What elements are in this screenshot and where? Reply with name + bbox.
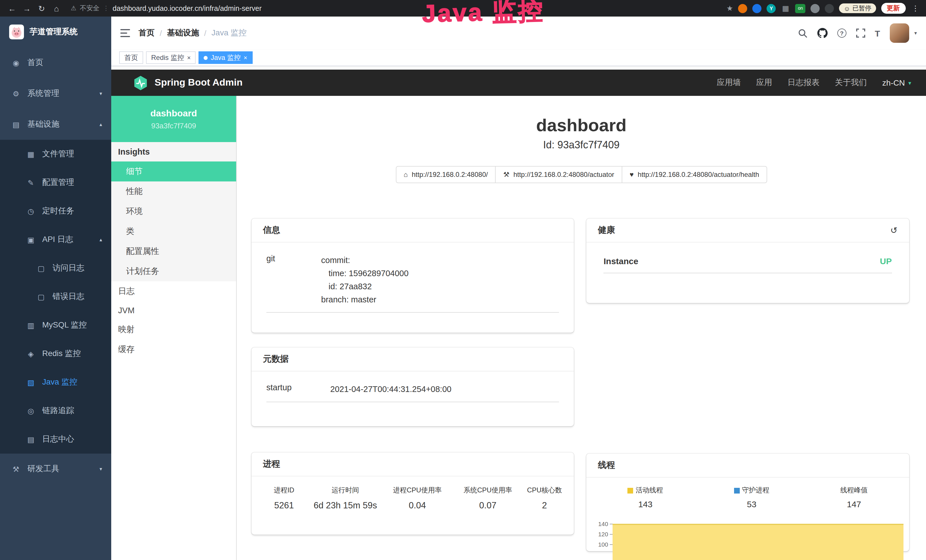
sba-item-performance[interactable]: 性能 bbox=[111, 182, 236, 201]
sba-item-details[interactable]: 细节 bbox=[111, 162, 236, 182]
eye-icon: ◎ bbox=[26, 407, 35, 415]
github-icon[interactable] bbox=[817, 28, 828, 38]
threads-chart-yaxis: 140 120 100 bbox=[587, 519, 613, 551]
nav-journal[interactable]: 日志报表 bbox=[788, 77, 820, 88]
app-title: 芋道管理系统 bbox=[30, 27, 77, 37]
startup-row: startup 2021-04-27T00:44:31.254+08:00 bbox=[266, 383, 559, 402]
sidebar-item-error-log[interactable]: ▢ 错误日志 bbox=[0, 282, 111, 311]
nav-about[interactable]: 关于我们 bbox=[835, 77, 867, 88]
sidebar-item-access-log[interactable]: ▢ 访问日志 bbox=[0, 254, 111, 282]
extension-drop-icon[interactable] bbox=[753, 4, 762, 13]
help-icon[interactable]: ? bbox=[837, 29, 846, 38]
sba-brand[interactable]: Spring Boot Admin bbox=[133, 75, 243, 91]
tag-home[interactable]: 首页 bbox=[119, 51, 143, 64]
sba-item-classes[interactable]: 类 bbox=[111, 221, 236, 241]
extension-y-icon[interactable]: Y bbox=[767, 4, 776, 13]
extension-puzzle-icon[interactable] bbox=[825, 4, 834, 13]
legend-peak-threads: 线程峰值 147 bbox=[840, 486, 868, 509]
profile-paused-badge[interactable]: ☺ 已暂停 bbox=[839, 3, 876, 13]
sba-item-jvm[interactable]: JVM bbox=[111, 301, 236, 319]
avatar[interactable] bbox=[890, 23, 909, 43]
sba-item-scheduled-tasks[interactable]: 计划任务 bbox=[111, 261, 236, 281]
extension-fox-icon[interactable] bbox=[738, 4, 747, 13]
instance-links: ⌂ http://192.168.0.2:48080/ ⚒ http://192… bbox=[237, 166, 926, 183]
tag-java[interactable]: Java 监控 × bbox=[199, 51, 253, 64]
hamburger-icon[interactable] bbox=[120, 29, 130, 37]
browser-menu-icon[interactable]: ⋮ bbox=[911, 4, 920, 12]
service-url-button[interactable]: ⌂ http://192.168.0.2:48080/ bbox=[396, 166, 496, 183]
history-icon[interactable]: ↺ bbox=[890, 225, 897, 235]
sidebar-item-infra[interactable]: ▤ 基础设施 ▴ bbox=[0, 109, 111, 140]
fullscreen-icon[interactable] bbox=[856, 29, 865, 38]
header-actions: ? T ▾ bbox=[798, 23, 917, 43]
sba-item-caches[interactable]: 缓存 bbox=[111, 339, 236, 359]
extensions-grid-icon[interactable]: ▦ bbox=[781, 4, 790, 13]
document-icon: ▢ bbox=[36, 292, 45, 301]
sidebar-item-api-log[interactable]: ▣ API 日志 ▴ bbox=[0, 226, 111, 254]
sba-item-properties[interactable]: 配置属性 bbox=[111, 241, 236, 261]
search-icon[interactable] bbox=[798, 28, 808, 38]
sba-item-environment[interactable]: 环境 bbox=[111, 201, 236, 221]
app-logo[interactable]: 芋道管理系统 bbox=[0, 17, 111, 47]
warning-icon[interactable]: ⚠ bbox=[71, 5, 76, 12]
font-size-icon[interactable]: T bbox=[875, 28, 880, 38]
sidebar-item-redis[interactable]: ◈ Redis 监控 bbox=[0, 339, 111, 368]
sidebar-item-file[interactable]: ▦ 文件管理 bbox=[0, 140, 111, 168]
sidebar-item-mysql[interactable]: ▥ MySQL 监控 bbox=[0, 311, 111, 339]
insights-section-label[interactable]: Insights bbox=[111, 142, 236, 162]
sidebar-item-system[interactable]: ⚙ 系统管理 ▾ bbox=[0, 78, 111, 109]
log-icon: ▣ bbox=[26, 235, 35, 244]
sba-item-logs[interactable]: 日志 bbox=[111, 281, 236, 301]
cpu-cores: 2 bbox=[523, 496, 566, 513]
breadcrumb-home[interactable]: 首页 bbox=[139, 28, 154, 38]
sidebar-item-job[interactable]: ◷ 定时任务 bbox=[0, 197, 111, 226]
sidebar-item-trace[interactable]: ◎ 链路追踪 bbox=[0, 397, 111, 425]
browser-chrome: ← → ↻ ⌂ ⚠ 不安全 ⋮ dashboard.yudao.iocoder.… bbox=[0, 0, 926, 17]
nav-wall[interactable]: 应用墙 bbox=[717, 77, 741, 88]
sidebar-item-label: Java 监控 bbox=[42, 377, 77, 387]
live-threads-value: 143 bbox=[628, 499, 663, 509]
close-icon[interactable]: × bbox=[244, 54, 247, 61]
chevron-down-icon: ▾ bbox=[100, 91, 102, 97]
chevron-up-icon: ▴ bbox=[100, 237, 102, 242]
forward-icon[interactable]: → bbox=[21, 3, 33, 14]
status-badge: UP bbox=[880, 256, 892, 266]
metadata-card-title: 元数据 bbox=[263, 354, 289, 365]
daemon-threads-value: 53 bbox=[734, 499, 769, 509]
sidebar-item-java[interactable]: ▧ Java 监控 bbox=[0, 368, 111, 397]
process-card-title: 进程 bbox=[263, 459, 280, 469]
extension-on-badge[interactable]: on bbox=[795, 4, 806, 13]
extension-leaf-icon[interactable] bbox=[811, 4, 820, 13]
wrench-icon: ⚒ bbox=[503, 171, 510, 179]
bookmark-star-icon[interactable]: ★ bbox=[726, 4, 733, 12]
sidebar-item-home[interactable]: ◉ 首页 bbox=[0, 47, 111, 78]
sidebar-item-devtools[interactable]: ⚒ 研发工具 ▾ bbox=[0, 454, 111, 484]
sidebar-item-log-center[interactable]: ▤ 日志中心 bbox=[0, 425, 111, 454]
instance-header[interactable]: dashboard 93a3fc7f7409 bbox=[111, 96, 236, 142]
update-button[interactable]: 更新 bbox=[881, 3, 905, 14]
back-icon[interactable]: ← bbox=[6, 3, 18, 14]
process-table-header: 进程ID 运行时间 进程CPU使用率 系统CPU使用率 CPU核心数 bbox=[260, 481, 566, 496]
home-icon[interactable]: ⌂ bbox=[50, 3, 63, 14]
nav-applications[interactable]: 应用 bbox=[756, 77, 772, 88]
sba-item-mappings[interactable]: 映射 bbox=[111, 319, 236, 339]
sidebar-item-config[interactable]: ✎ 配置管理 bbox=[0, 168, 111, 197]
breadcrumb-infra[interactable]: 基础设施 bbox=[167, 28, 199, 38]
reload-icon[interactable]: ↻ bbox=[35, 3, 48, 14]
address-bar[interactable]: ⚠ 不安全 ⋮ dashboard.yudao.iocoder.cn/infra… bbox=[71, 4, 724, 12]
chevron-up-icon: ▴ bbox=[100, 121, 102, 127]
health-url-button[interactable]: ♥ http://192.168.0.2:48080/actuator/heal… bbox=[622, 166, 767, 183]
tag-label: 首页 bbox=[124, 53, 138, 62]
metadata-card: 元数据 startup 2021-04-27T00:44:31.254+08:0… bbox=[251, 348, 574, 426]
process-col-pid: 进程ID bbox=[260, 481, 309, 496]
actuator-url-button[interactable]: ⚒ http://192.168.0.2:48080/actuator bbox=[495, 166, 622, 183]
sidebar-item-label: MySQL 监控 bbox=[42, 320, 87, 330]
locale-selector[interactable]: zh-CN ▾ bbox=[882, 78, 911, 87]
git-commit-label: commit: bbox=[321, 254, 409, 267]
close-icon[interactable]: × bbox=[187, 54, 191, 61]
avatar-caret-icon[interactable]: ▾ bbox=[914, 30, 917, 36]
health-instance-row[interactable]: Instance UP bbox=[604, 256, 892, 273]
url-text: dashboard.yudao.iocoder.cn/infra/admin-s… bbox=[113, 4, 262, 12]
tag-redis[interactable]: Redis 监控 × bbox=[146, 51, 196, 64]
startup-key: startup bbox=[266, 383, 330, 396]
